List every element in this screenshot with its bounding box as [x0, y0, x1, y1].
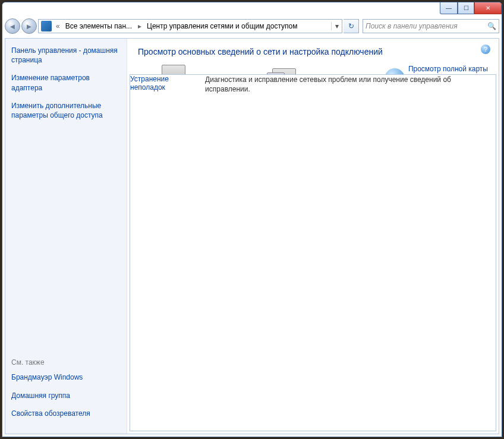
sidebar-link-adapter[interactable]: Изменение параметров адаптера — [11, 73, 121, 92]
task-troubleshoot[interactable]: Устранение неполадокДиагностика и исправ… — [138, 302, 488, 321]
task-desc: Диагностика и исправление сетевых пробле… — [205, 75, 496, 431]
close-button[interactable]: ✕ — [474, 2, 502, 14]
sidebar-footer: См. также Брандмауэр Windows Домашняя гр… — [11, 358, 121, 427]
address-dropdown[interactable]: ▾ — [331, 22, 342, 30]
breadcrumb-overflow[interactable]: « — [54, 22, 62, 30]
see-also-internet-options[interactable]: Свойства обозревателя — [11, 409, 121, 418]
breadcrumb-seg-1[interactable]: Все элементы пан... — [62, 20, 136, 33]
help-icon[interactable]: ? — [481, 45, 490, 54]
sidebar-link-sharing[interactable]: Изменить дополнительные параметры общего… — [11, 101, 121, 120]
chevron-right-icon[interactable]: ▸ — [136, 22, 143, 30]
sidebar: Панель управления - домашняя страница Из… — [5, 39, 127, 434]
navigation-row: ◄ ► « Все элементы пан... ▸ Центр управл… — [5, 17, 499, 36]
task-title[interactable]: Устранение неполадок — [130, 75, 205, 429]
sidebar-link-home[interactable]: Панель управления - домашняя страница — [11, 46, 121, 65]
body-split: Панель управления - домашняя страница Из… — [5, 38, 499, 434]
control-panel-window: — ☐ ✕ ◄ ► « Все элементы пан... ▸ Центр … — [2, 2, 502, 437]
breadcrumb-seg-2[interactable]: Центр управления сетями и общим доступом — [143, 20, 302, 33]
forward-button[interactable]: ► — [21, 18, 37, 34]
search-placeholder: Поиск в панели управления — [366, 22, 458, 30]
see-also-heading: См. также — [11, 358, 121, 367]
see-also-homegroup[interactable]: Домашняя группа — [11, 391, 121, 400]
refresh-button[interactable]: ↻ — [344, 19, 359, 33]
maximize-button[interactable]: ☐ — [458, 2, 474, 14]
see-also-firewall[interactable]: Брандмауэр Windows — [11, 372, 121, 382]
page-title: Просмотр основных сведений о сети и наст… — [138, 47, 488, 56]
caption-buttons: — ☐ ✕ — [440, 2, 502, 14]
minimize-button[interactable]: — — [440, 2, 458, 14]
back-button[interactable]: ◄ — [5, 18, 20, 34]
search-input[interactable]: Поиск в панели управления 🔍 — [363, 19, 499, 33]
address-bar[interactable]: « Все элементы пан... ▸ Центр управления… — [38, 19, 342, 33]
control-panel-icon — [41, 21, 52, 31]
full-map-link[interactable]: Просмотр полной карты — [408, 65, 488, 73]
tasks-list: Настройка нового подключения или сетиНас… — [138, 223, 488, 321]
search-icon[interactable]: 🔍 — [487, 22, 496, 30]
main-pane: ? Просмотр основных сведений о сети и на… — [127, 39, 499, 434]
